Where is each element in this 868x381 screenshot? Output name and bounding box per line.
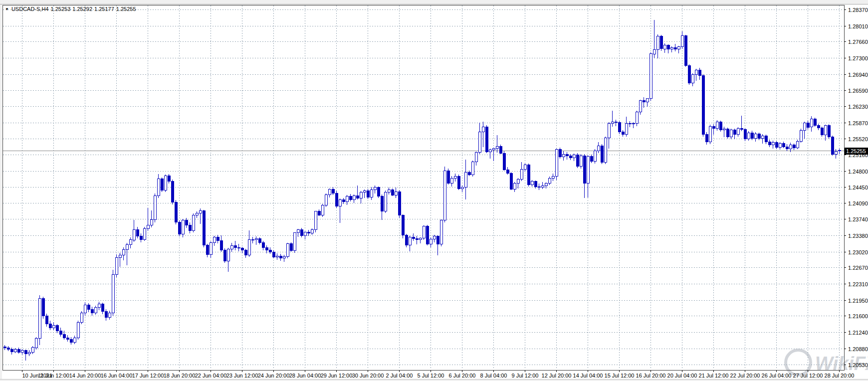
bear-candle <box>740 129 743 130</box>
price-axis[interactable]: 1.283701.280101.276601.273001.269401.265… <box>844 7 868 368</box>
bull-candle <box>478 132 481 153</box>
bear-candle <box>782 144 785 147</box>
bull-candle <box>754 134 757 139</box>
symbol-label: USDCAD-S,H4 <box>11 6 49 12</box>
time-tick-label: 28 Jun 04:00 <box>289 373 321 379</box>
bear-candle <box>290 243 292 251</box>
bull-candle <box>251 239 254 240</box>
bull-candle <box>482 127 484 132</box>
bear-candle <box>381 196 383 211</box>
bull-candle <box>129 240 132 245</box>
bear-candle <box>3 347 6 348</box>
bear-candle <box>758 134 760 139</box>
bull-candle <box>639 100 642 112</box>
bear-candle <box>416 238 418 239</box>
bull-candle <box>838 151 841 151</box>
bull-candle <box>360 192 362 198</box>
time-tick-label: 24 Jun 20:00 <box>258 373 290 379</box>
bear-candle <box>786 147 788 149</box>
bull-candle <box>656 36 659 50</box>
bear-candle <box>101 304 104 312</box>
bear-candle <box>436 236 439 244</box>
bear-candle <box>426 226 429 244</box>
time-tick-label: 22 Jul 20:00 <box>730 373 760 379</box>
bull-candle <box>496 146 498 149</box>
bull-candle <box>213 237 216 243</box>
candle-series <box>3 20 841 361</box>
price-tick-label: 1.20530 <box>848 362 868 368</box>
bear-candle <box>140 236 142 239</box>
bull-candle <box>443 171 446 220</box>
bull-candle <box>248 240 250 255</box>
time-tick-label: 21 Jul 12:00 <box>699 373 729 379</box>
bear-candle <box>91 310 93 313</box>
bull-candle <box>489 150 491 152</box>
time-tick-label: 12 Jul 20:00 <box>542 373 572 379</box>
bull-candle <box>555 149 558 177</box>
bear-candle <box>203 211 205 245</box>
bear-candle <box>258 238 261 242</box>
bear-candle <box>807 123 809 127</box>
bull-candle <box>21 350 23 352</box>
bull-candle <box>747 133 750 139</box>
bear-candle <box>377 188 380 196</box>
bull-candle <box>304 232 306 236</box>
current-price-badge: 1.25255 <box>845 148 868 155</box>
bear-candle <box>457 176 460 189</box>
time-tick-label: 5 Jul 12:00 <box>418 373 444 379</box>
time-tick-label: 15 Jul 12:00 <box>605 373 635 379</box>
bear-candle <box>566 154 568 156</box>
bear-candle <box>601 146 603 163</box>
time-tick-label: 17 Jun 12:00 <box>132 373 164 379</box>
bull-candle <box>761 136 764 138</box>
bar-open-value: 1.25253 <box>51 6 71 12</box>
bull-candle <box>492 149 495 150</box>
bear-candle <box>643 100 645 102</box>
bull-candle <box>779 144 781 148</box>
bull-candle <box>824 125 827 135</box>
bull-candle <box>450 179 453 184</box>
bear-candle <box>702 76 704 135</box>
bull-candle <box>126 245 128 249</box>
price-tick-label: 1.26940 <box>848 72 868 78</box>
bear-candle <box>171 182 174 202</box>
bull-candle <box>384 192 387 211</box>
bull-candle <box>94 307 97 313</box>
time-tick-label: 28 Jul 20:00 <box>825 373 855 379</box>
bull-candle <box>84 305 86 313</box>
bear-candle <box>398 192 401 215</box>
bull-candle <box>119 255 121 258</box>
chart-canvas[interactable]: WikiFX1.283701.280101.276601.273001.2694… <box>0 0 868 381</box>
bull-candle <box>625 124 628 135</box>
symbol-dropdown-icon[interactable]: ▼ <box>5 7 9 11</box>
bear-candle <box>744 130 746 139</box>
price-tick-label: 1.28370 <box>848 7 868 13</box>
bear-candle <box>87 305 90 310</box>
plot-border <box>3 5 845 371</box>
bull-candle <box>475 153 477 162</box>
bear-candle <box>733 130 736 134</box>
bull-candle <box>286 243 289 256</box>
bull-candle <box>573 155 575 158</box>
bear-candle <box>402 215 404 235</box>
bear-candle <box>712 126 715 129</box>
bear-candle <box>24 350 27 354</box>
time-axis[interactable]: 10 Jun 202111 Jun 12:0014 Jun 20:0016 Ju… <box>22 370 855 379</box>
bear-candle <box>775 143 778 148</box>
bull-candle <box>800 130 802 141</box>
bull-candle <box>681 36 683 47</box>
bear-candle <box>185 220 188 225</box>
bull-candle <box>461 188 463 189</box>
bear-candle <box>70 340 72 342</box>
bear-candle <box>272 252 275 257</box>
bear-candle <box>698 70 701 76</box>
bull-candle <box>433 236 435 239</box>
bull-candle <box>663 45 666 49</box>
bull-candle <box>115 257 118 275</box>
bear-candle <box>7 348 9 350</box>
window-top-border <box>0 0 868 4</box>
bear-candle <box>42 299 44 316</box>
bear-candle <box>56 326 58 331</box>
bull-candle <box>803 123 806 130</box>
bull-candle <box>297 229 299 232</box>
